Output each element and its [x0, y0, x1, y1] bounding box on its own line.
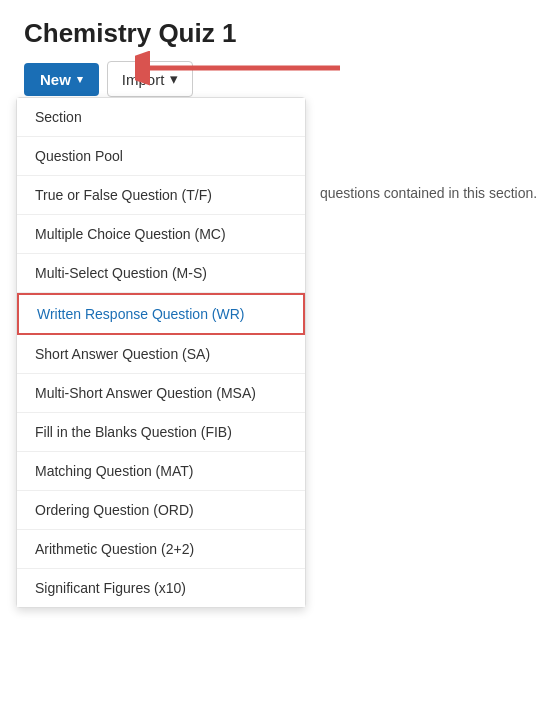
menu-item-question-pool[interactable]: Question Pool [17, 137, 305, 176]
menu-item-fill-blanks[interactable]: Fill in the Blanks Question (FIB) [17, 413, 305, 452]
section-hint-text: questions contained in this section. [320, 185, 537, 201]
new-button-label: New [40, 71, 71, 88]
menu-item-multi-select[interactable]: Multi-Select Question (M-S) [17, 254, 305, 293]
menu-item-arithmetic[interactable]: Arithmetic Question (2+2) [17, 530, 305, 569]
toolbar: New ▾ Import ▾ [24, 61, 535, 97]
page-background: Chemistry Quiz 1 New ▾ Import ▾ que [0, 0, 559, 708]
import-button[interactable]: Import ▾ [107, 61, 194, 97]
menu-item-written-response[interactable]: Written Response Question (WR) [17, 293, 305, 335]
new-dropdown-menu: SectionQuestion PoolTrue or False Questi… [16, 97, 306, 608]
menu-item-section[interactable]: Section [17, 98, 305, 137]
menu-item-multiple-choice[interactable]: Multiple Choice Question (MC) [17, 215, 305, 254]
import-chevron-icon: ▾ [170, 70, 178, 88]
menu-item-true-false[interactable]: True or False Question (T/F) [17, 176, 305, 215]
menu-item-ordering[interactable]: Ordering Question (ORD) [17, 491, 305, 530]
import-button-label: Import [122, 71, 165, 88]
menu-item-short-answer[interactable]: Short Answer Question (SA) [17, 335, 305, 374]
menu-item-multi-short-answer[interactable]: Multi-Short Answer Question (MSA) [17, 374, 305, 413]
page-title: Chemistry Quiz 1 [24, 18, 535, 49]
menu-item-significant-figures[interactable]: Significant Figures (x10) [17, 569, 305, 607]
new-chevron-icon: ▾ [77, 73, 83, 86]
menu-item-matching[interactable]: Matching Question (MAT) [17, 452, 305, 491]
page-header: Chemistry Quiz 1 New ▾ Import ▾ [0, 0, 559, 107]
new-button[interactable]: New ▾ [24, 63, 99, 96]
